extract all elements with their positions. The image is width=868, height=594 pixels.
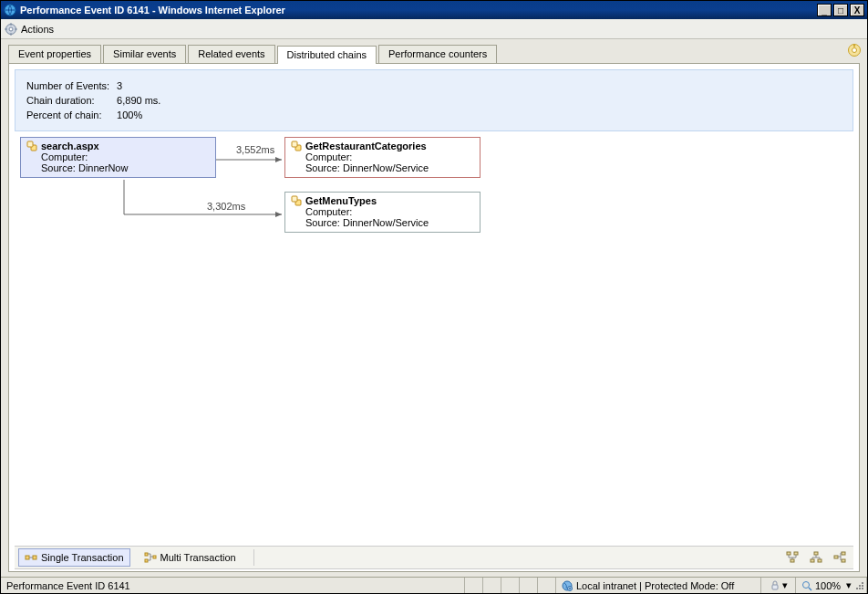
multi-trans-icon bbox=[144, 551, 157, 564]
num-events-label: Number of Events: bbox=[26, 79, 115, 92]
status-page: Performance Event ID 6141 bbox=[1, 578, 465, 593]
node-source-value: DinnerNow/Service bbox=[343, 162, 429, 173]
svg-rect-17 bbox=[33, 556, 36, 559]
tab-content: Number of Events: 3 Chain duration: 6,89… bbox=[8, 63, 860, 572]
status-spacer bbox=[520, 578, 538, 593]
chain-node-getrestaurantcategories[interactable]: GetRestaurantCategories Computer: Source… bbox=[284, 137, 480, 178]
svg-rect-41 bbox=[772, 585, 778, 589]
view-toolbar: Single Transaction Multi Transaction bbox=[15, 546, 853, 569]
tab-similar-events[interactable]: Similar events bbox=[103, 45, 186, 63]
actions-label[interactable]: Actions bbox=[21, 24, 54, 35]
tree-icon-3[interactable] bbox=[833, 551, 846, 564]
svg-rect-31 bbox=[834, 556, 838, 558]
chain-duration-label: Chain duration: bbox=[26, 94, 115, 107]
node-computer-label: Computer: bbox=[305, 151, 352, 162]
status-spacer bbox=[538, 578, 556, 593]
gear-icon bbox=[5, 23, 17, 36]
status-spacer bbox=[465, 578, 483, 593]
svg-rect-45 bbox=[859, 585, 861, 587]
status-spacer bbox=[501, 578, 520, 593]
status-zone-text: Local intranet | Protected Mode: Off bbox=[576, 580, 734, 591]
tab-container: Event properties Similar events Related … bbox=[1, 39, 867, 577]
zoom-value: 100% bbox=[815, 580, 841, 591]
svg-rect-15 bbox=[292, 196, 297, 202]
chain-diagram[interactable]: 3,552ms 3,302ms search.aspx Computer: So… bbox=[15, 133, 853, 542]
node-source-label: Source: bbox=[305, 162, 340, 173]
globe-icon bbox=[562, 580, 573, 591]
svg-rect-28 bbox=[811, 559, 814, 562]
svg-rect-49 bbox=[862, 588, 863, 589]
node-computer-label: Computer: bbox=[305, 206, 352, 217]
chain-duration-value: 6,890 ms. bbox=[117, 94, 166, 107]
tab-related-events[interactable]: Related events bbox=[188, 45, 274, 63]
svg-rect-24 bbox=[794, 552, 798, 555]
svg-rect-32 bbox=[842, 552, 845, 555]
chain-node-getmenutypes[interactable]: GetMenuTypes Computer: Source: DinnerNow… bbox=[284, 192, 480, 233]
title-bar: Performance Event ID 6141 - Windows Inte… bbox=[1, 1, 867, 19]
summary-panel: Number of Events: 3 Chain duration: 6,89… bbox=[15, 69, 853, 131]
svg-rect-33 bbox=[842, 559, 845, 562]
num-events-value: 3 bbox=[117, 79, 166, 92]
node-title: GetRestaurantCategories bbox=[305, 141, 427, 151]
svg-rect-13 bbox=[292, 141, 297, 147]
percent-of-chain-label: Percent of chain: bbox=[26, 109, 115, 121]
svg-point-2 bbox=[9, 27, 13, 31]
svg-rect-47 bbox=[856, 588, 858, 589]
node-source-value: DinnerNow/Service bbox=[343, 217, 429, 228]
ie-icon bbox=[4, 4, 16, 16]
tab-performance-counters[interactable]: Performance counters bbox=[378, 45, 497, 63]
svg-rect-21 bbox=[153, 556, 156, 558]
multi-transaction-label: Multi Transaction bbox=[160, 552, 236, 563]
tree-icon-1[interactable] bbox=[786, 551, 799, 564]
edge-label-2: 3,302ms bbox=[207, 201, 245, 212]
edge-label-1: 3,552ms bbox=[236, 144, 274, 155]
zoom-icon bbox=[801, 580, 812, 591]
svg-rect-44 bbox=[862, 582, 863, 584]
security-indicator[interactable]: ▾ bbox=[761, 578, 796, 593]
svg-rect-46 bbox=[862, 585, 863, 587]
svg-point-8 bbox=[852, 48, 857, 53]
svg-line-43 bbox=[809, 588, 811, 590]
tab-event-properties[interactable]: Event properties bbox=[8, 45, 101, 63]
window-title: Performance Event ID 6141 - Windows Inte… bbox=[20, 5, 285, 16]
svg-rect-11 bbox=[27, 141, 33, 147]
multi-transaction-button[interactable]: Multi Transaction bbox=[138, 548, 243, 567]
svg-rect-29 bbox=[818, 559, 822, 562]
svg-rect-25 bbox=[790, 559, 794, 562]
event-icon bbox=[26, 141, 37, 151]
event-icon bbox=[291, 195, 302, 206]
node-source-label: Source: bbox=[41, 162, 76, 173]
single-trans-icon bbox=[25, 551, 37, 564]
tree-icon-2[interactable] bbox=[810, 551, 822, 564]
svg-rect-19 bbox=[145, 553, 148, 556]
minimize-button[interactable]: _ bbox=[817, 4, 832, 16]
node-title: GetMenuTypes bbox=[305, 195, 377, 206]
event-icon bbox=[291, 141, 302, 151]
actions-bar: Actions bbox=[1, 19, 867, 39]
maximize-button[interactable]: □ bbox=[833, 4, 848, 16]
status-bar: Performance Event ID 6141 Local intranet… bbox=[1, 577, 867, 593]
chain-node-root[interactable]: search.aspx Computer: Source: DinnerNow bbox=[20, 137, 216, 178]
close-button[interactable]: X bbox=[850, 4, 864, 16]
svg-rect-20 bbox=[145, 559, 148, 562]
node-source-label: Source: bbox=[305, 217, 340, 228]
single-transaction-button[interactable]: Single Transaction bbox=[18, 548, 130, 567]
svg-rect-27 bbox=[814, 552, 818, 555]
svg-rect-48 bbox=[859, 588, 861, 589]
svg-point-42 bbox=[803, 581, 810, 588]
node-source-value: DinnerNow bbox=[78, 162, 128, 173]
percent-of-chain-value: 100% bbox=[117, 109, 166, 121]
tab-strip: Event properties Similar events Related … bbox=[8, 45, 860, 63]
status-zone: Local intranet | Protected Mode: Off bbox=[556, 578, 761, 593]
node-computer-label: Computer: bbox=[41, 151, 88, 162]
toolbar-separator bbox=[253, 549, 254, 566]
tab-distributed-chains[interactable]: Distributed chains bbox=[277, 46, 377, 64]
status-spacer bbox=[483, 578, 501, 593]
node-title: search.aspx bbox=[41, 141, 99, 151]
help-icon[interactable] bbox=[847, 43, 862, 59]
svg-rect-23 bbox=[787, 552, 790, 555]
svg-rect-16 bbox=[26, 556, 29, 559]
single-transaction-label: Single Transaction bbox=[41, 552, 124, 563]
resize-grip[interactable] bbox=[854, 580, 865, 591]
